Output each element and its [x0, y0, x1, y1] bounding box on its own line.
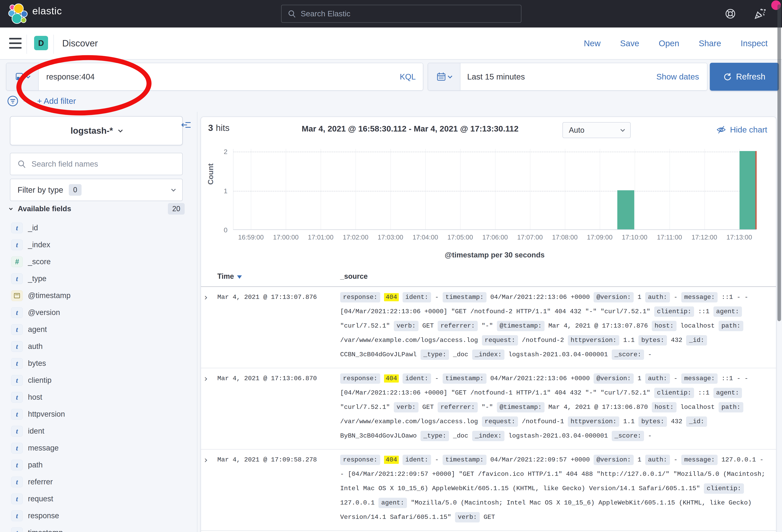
menu-hamburger-icon[interactable]: [9, 38, 22, 49]
field-item-agent[interactable]: tagent: [0, 321, 197, 338]
expand-row-button[interactable]: ›: [204, 453, 217, 524]
x-gridline: [565, 149, 565, 229]
interval-select[interactable]: Auto: [563, 122, 631, 138]
field-type-string-icon: t: [11, 358, 23, 369]
saved-query-icon: [15, 72, 24, 81]
highlighted-value: 404: [384, 293, 399, 301]
field-type-date-icon: [11, 290, 23, 301]
search-icon: [17, 159, 26, 168]
expand-row-button[interactable]: ›: [204, 290, 217, 362]
available-fields-toggle[interactable]: Available fields 20: [7, 202, 190, 216]
field-name: path: [28, 461, 43, 469]
open-button[interactable]: Open: [659, 39, 679, 48]
chevron-down-icon: [118, 128, 123, 132]
source-field-badge: @version:: [594, 292, 634, 302]
source-column-header: _source: [340, 272, 368, 280]
x-gridline: [600, 149, 600, 229]
hide-chart-button[interactable]: Hide chart: [716, 125, 767, 135]
filter-icon[interactable]: [7, 96, 19, 107]
field-type-string-icon: t: [11, 460, 23, 470]
index-pattern-selector[interactable]: logstash-*: [10, 116, 183, 145]
field-type-string-icon: t: [11, 527, 23, 532]
field-item-response[interactable]: tresponse: [0, 507, 197, 524]
add-filter-button[interactable]: + Add filter: [37, 97, 76, 106]
source-field-badge: bytes:: [638, 416, 667, 427]
app-header: D Discover New Save Open Share Inspect: [0, 28, 782, 60]
field-item-request[interactable]: trequest: [0, 490, 197, 507]
show-dates-button[interactable]: Show dates: [648, 63, 707, 90]
field-item-auth[interactable]: tauth: [0, 338, 197, 355]
histogram-bar[interactable]: [617, 190, 634, 230]
histogram-bar[interactable]: [740, 151, 756, 229]
source-field-badge: referrer:: [438, 321, 478, 331]
x-gridline: [704, 149, 705, 229]
field-item-httpversion[interactable]: thttpversion: [0, 406, 197, 423]
new-button[interactable]: New: [584, 39, 601, 48]
field-type-string-icon: t: [11, 307, 23, 318]
x-tick-label: 17:13:00: [719, 233, 759, 241]
query-language-button[interactable]: KQL: [393, 63, 423, 90]
time-column-header[interactable]: Time: [217, 272, 340, 280]
field-name: message: [28, 444, 59, 452]
field-item-message[interactable]: tmessage: [0, 440, 197, 456]
source-field-badge: path:: [719, 402, 743, 412]
field-item-@timestamp[interactable]: @timestamp: [0, 287, 197, 304]
field-item-_score[interactable]: #_score: [0, 253, 197, 270]
field-item-_id[interactable]: t_id: [0, 219, 197, 236]
time-range-value[interactable]: Last 15 minutes: [460, 63, 648, 90]
search-icon: [287, 9, 296, 18]
news-party-popper-icon[interactable]: [754, 8, 766, 20]
eye-closed-icon: [716, 125, 726, 135]
field-name: request: [28, 495, 53, 503]
field-item-path[interactable]: tpath: [0, 456, 197, 473]
field-item-@version[interactable]: t@version: [0, 304, 197, 321]
source-field-badge: _id:: [686, 416, 707, 427]
query-input[interactable]: response:404: [39, 63, 393, 90]
source-field-badge: @timestamp:: [497, 321, 544, 331]
table-row: ›Mar 4, 2021 @ 17:13:06.870response: 404…: [201, 368, 776, 450]
field-type-string-icon: t: [11, 223, 23, 233]
field-item-clientip[interactable]: tclientip: [0, 372, 197, 389]
global-header: elastic Search Elastic: [0, 0, 782, 28]
hide-chart-label: Hide chart: [730, 125, 767, 135]
chart-plot[interactable]: 16:59:0017:00:0017:01:0017:02:0017:03:00…: [233, 149, 756, 230]
hits-count: 3hits: [208, 123, 229, 133]
page-scrollbar[interactable]: [777, 4, 781, 321]
save-button[interactable]: Save: [620, 39, 639, 48]
x-gridline: [635, 149, 635, 229]
help-icon[interactable]: [724, 8, 736, 20]
field-name: host: [28, 393, 42, 402]
elastic-logo-icon[interactable]: [8, 3, 28, 24]
x-gridline: [321, 149, 321, 229]
source-field-badge: auth:: [645, 292, 670, 302]
field-item-ident[interactable]: tident: [0, 423, 197, 440]
field-item-_index[interactable]: t_index: [0, 236, 197, 253]
y-tick-label: 2: [212, 147, 227, 156]
field-item-_type[interactable]: t_type: [0, 270, 197, 287]
collapse-sidebar-button[interactable]: [181, 120, 191, 130]
share-button[interactable]: Share: [699, 39, 721, 48]
refresh-button[interactable]: Refresh: [710, 63, 779, 91]
saved-query-menu-button[interactable]: [6, 63, 39, 90]
divider: [27, 35, 27, 54]
x-tick-label: 16:59:00: [231, 233, 271, 241]
inspect-button[interactable]: Inspect: [741, 39, 768, 48]
source-field-badge: clientip:: [704, 483, 744, 494]
field-item-timestamp[interactable]: ttimestamp: [0, 524, 197, 532]
date-quick-select-button[interactable]: [428, 63, 460, 90]
expand-row-button[interactable]: ›: [204, 371, 217, 443]
field-item-host[interactable]: thost: [0, 389, 197, 406]
source-field-badge: request:: [482, 416, 518, 427]
field-name: _type: [28, 274, 46, 283]
field-item-bytes[interactable]: tbytes: [0, 355, 197, 372]
x-gridline: [425, 149, 426, 229]
source-field-badge: _index:: [472, 431, 504, 441]
field-search-input[interactable]: Search field names: [10, 153, 183, 175]
filter-by-type-select[interactable]: Filter by type 0: [10, 179, 183, 201]
source-field-badge: @version:: [594, 373, 634, 384]
discover-app-badge[interactable]: D: [34, 36, 48, 50]
global-search-input[interactable]: Search Elastic: [281, 5, 522, 23]
source-field-badge: @timestamp:: [497, 402, 544, 412]
field-item-referrer[interactable]: treferrer: [0, 473, 197, 490]
source-field-badge: clientip:: [654, 306, 694, 317]
